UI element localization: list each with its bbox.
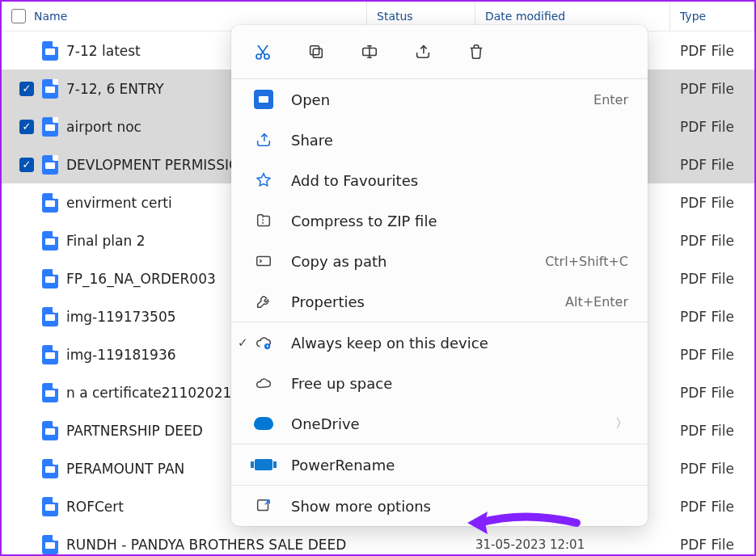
file-name: PARTNERSHIP DEED — [66, 423, 203, 439]
file-name: RUNDH - PANDYA BROTHERS SALE DEED — [66, 537, 346, 553]
file-type: PDF File — [670, 499, 754, 515]
svg-point-1 — [264, 54, 269, 59]
menu-item-copy-as-path[interactable]: Copy as pathCtrl+Shift+C — [231, 241, 648, 281]
rename-icon[interactable] — [359, 41, 380, 62]
menu-item-shortcut: Ctrl+Shift+C — [545, 254, 628, 269]
file-name: img-119181936 — [66, 347, 176, 363]
menu-item-label: OneDrive — [291, 415, 599, 432]
file-type: PDF File — [670, 309, 754, 325]
file-type: PDF File — [670, 157, 754, 173]
row-checkbox[interactable]: ✓ — [19, 82, 34, 96]
file-name: Final plan 2 — [66, 233, 146, 249]
star-icon — [252, 170, 275, 191]
svg-rect-3 — [310, 46, 319, 55]
select-all-checkbox[interactable] — [11, 9, 26, 23]
menu-item-label: Show more options — [291, 498, 628, 515]
menu-item-shortcut: Alt+Enter — [565, 294, 628, 310]
file-name: envirment certi — [66, 195, 172, 211]
header-status-label: Status — [377, 10, 413, 23]
file-name: 7-12 latest — [66, 43, 141, 59]
file-type: PDF File — [670, 385, 754, 401]
menu-item-compress-to-zip-file[interactable]: Compress to ZIP file — [231, 200, 648, 241]
file-name: 7-12, 6 ENTRY — [66, 81, 164, 97]
file-icon — [42, 117, 58, 137]
file-type: PDF File — [670, 423, 754, 439]
zip-icon — [252, 210, 275, 231]
menu-item-share[interactable]: Share — [231, 120, 648, 160]
powerrename-icon — [252, 454, 275, 475]
header-type-label: Type — [680, 10, 706, 23]
file-type: PDF File — [670, 233, 754, 249]
menu-item-free-up-space[interactable]: Free up space — [231, 363, 648, 403]
copy-icon[interactable] — [306, 41, 327, 62]
menu-item-label: Add to Favourites — [291, 172, 628, 189]
cloud-icon — [252, 373, 275, 394]
file-type: PDF File — [670, 461, 754, 477]
row-checkbox[interactable]: ✓ — [19, 120, 34, 134]
file-date: 31-05-2023 12:01 — [475, 537, 670, 552]
file-name: ROFCert — [66, 499, 124, 515]
chevron-right-icon: 〉 — [615, 415, 628, 432]
menu-item-always-keep-on-this-device[interactable]: Always keep on this device — [231, 322, 648, 363]
file-explorer-window: Name Status Date modified Type 7-12 late… — [0, 0, 756, 556]
svg-rect-2 — [313, 48, 322, 57]
onedrive-icon — [252, 413, 275, 434]
delete-icon[interactable] — [466, 41, 487, 62]
open-icon — [252, 89, 275, 110]
file-icon — [42, 269, 58, 289]
menu-item-open[interactable]: OpenEnter — [231, 79, 648, 120]
context-menu-quick-actions — [231, 25, 648, 78]
header-date-label: Date modified — [485, 10, 565, 23]
file-type: PDF File — [670, 43, 754, 59]
file-icon — [42, 79, 58, 99]
menu-item-label: Properties — [291, 293, 549, 310]
file-type: PDF File — [670, 195, 754, 211]
file-name: DEVLOPMENT PERMISSION — [66, 157, 250, 173]
file-type: PDF File — [670, 347, 754, 363]
context-menu: OpenEnterShareAdd to FavouritesCompress … — [231, 25, 648, 526]
file-type: PDF File — [670, 537, 754, 553]
file-icon — [42, 497, 58, 516]
menu-item-shortcut: Enter — [593, 92, 628, 107]
menu-item-label: Copy as path — [291, 253, 529, 270]
file-icon — [42, 231, 58, 251]
cloud-keep-icon — [252, 332, 275, 353]
file-icon — [42, 535, 58, 554]
menu-item-label: Open — [291, 91, 577, 108]
menu-item-add-to-favourites[interactable]: Add to Favourites — [231, 160, 648, 200]
file-name: img-119173505 — [66, 309, 176, 325]
file-name: airport noc — [66, 119, 141, 135]
menu-item-label: Free up space — [291, 375, 628, 392]
file-type: PDF File — [670, 81, 754, 97]
file-type: PDF File — [670, 119, 754, 135]
menu-item-label: Compress to ZIP file — [291, 213, 628, 230]
share-icon — [252, 129, 275, 150]
file-icon — [42, 421, 58, 440]
row-checkbox[interactable]: ✓ — [19, 158, 34, 172]
more-icon — [252, 495, 275, 516]
menu-item-properties[interactable]: PropertiesAlt+Enter — [231, 281, 648, 322]
file-icon — [42, 307, 58, 326]
menu-item-powerrename[interactable]: PowerRename — [231, 444, 648, 485]
menu-item-show-more-options[interactable]: Show more options — [231, 486, 648, 526]
file-name: FP_16_NA_ORDER003 — [66, 271, 216, 287]
file-icon — [42, 345, 58, 364]
svg-rect-5 — [257, 257, 271, 266]
context-menu-items: OpenEnterShareAdd to FavouritesCompress … — [231, 79, 648, 526]
menu-item-onedrive[interactable]: OneDrive〉 — [231, 403, 648, 444]
menu-item-label: Always keep on this device — [291, 335, 628, 352]
file-icon — [42, 383, 58, 402]
cut-icon[interactable] — [252, 41, 273, 62]
share-icon[interactable] — [412, 41, 433, 62]
file-row[interactable]: RUNDH - PANDYA BROTHERS SALE DEED31-05-2… — [2, 525, 754, 556]
header-name-label: Name — [34, 10, 67, 23]
file-icon — [42, 193, 58, 213]
file-icon — [42, 459, 58, 478]
menu-item-label: Share — [291, 132, 628, 149]
file-icon — [42, 41, 58, 61]
file-name: n a certificate21102021 — [66, 385, 231, 401]
svg-rect-7 — [258, 500, 268, 511]
file-icon — [42, 155, 58, 175]
wrench-icon — [252, 291, 275, 312]
header-type[interactable]: Type — [670, 2, 754, 31]
